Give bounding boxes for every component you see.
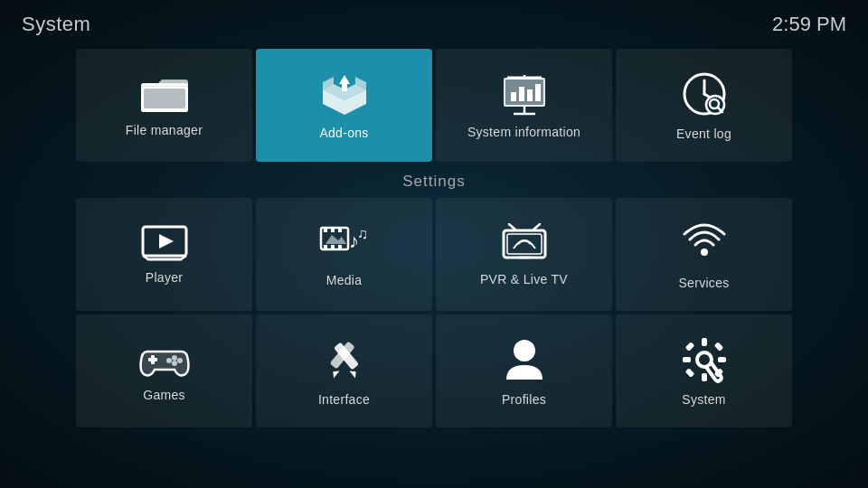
settings-row-2: Games Interface: [18, 314, 850, 427]
svg-point-48: [172, 355, 177, 361]
player-label: Player: [146, 270, 183, 285]
app-title: System: [22, 13, 90, 36]
svg-point-57: [697, 352, 712, 367]
tile-media[interactable]: ♪ ♫ Media: [256, 198, 432, 311]
svg-rect-47: [151, 355, 155, 364]
svg-rect-36: [338, 245, 342, 249]
add-ons-icon: [320, 71, 369, 117]
svg-rect-2: [144, 89, 185, 108]
event-log-label: Event log: [676, 127, 731, 141]
settings-grid: Player ♪ ♫: [0, 198, 868, 427]
tile-services[interactable]: Services: [616, 198, 792, 311]
services-icon: [681, 220, 728, 267]
header: System 2:59 PM: [0, 0, 868, 43]
clock: 2:59 PM: [772, 13, 846, 36]
tile-pvr-live-tv[interactable]: PVR & Live TV: [436, 198, 612, 311]
svg-marker-55: [348, 368, 359, 378]
tile-file-manager[interactable]: File manager: [76, 49, 252, 162]
svg-rect-64: [684, 368, 694, 378]
svg-rect-31: [324, 228, 327, 232]
svg-marker-37: [326, 235, 346, 244]
media-label: Media: [326, 273, 363, 287]
file-manager-label: File manager: [126, 123, 203, 137]
svg-rect-32: [331, 228, 335, 232]
svg-rect-60: [683, 357, 691, 362]
svg-marker-53: [330, 368, 341, 378]
svg-point-56: [514, 340, 535, 361]
tile-profiles[interactable]: Profiles: [436, 314, 612, 427]
tile-event-log[interactable]: Event log: [616, 49, 792, 162]
media-icon: ♪ ♫: [319, 222, 370, 264]
player-icon: [141, 225, 188, 261]
svg-point-51: [166, 358, 172, 363]
svg-rect-43: [507, 234, 542, 254]
system-icon: [681, 336, 728, 383]
svg-rect-35: [331, 245, 335, 249]
svg-rect-63: [713, 342, 723, 352]
svg-rect-61: [718, 357, 726, 362]
svg-point-49: [177, 358, 183, 363]
event-log-icon: [681, 70, 728, 117]
svg-marker-7: [339, 75, 350, 84]
services-label: Services: [678, 276, 729, 290]
interface-label: Interface: [318, 392, 370, 407]
games-label: Games: [143, 388, 185, 402]
svg-rect-58: [702, 338, 707, 346]
tile-add-ons[interactable]: Add-ons: [256, 49, 432, 162]
interface-icon: [322, 336, 367, 383]
settings-row-1: Player ♪ ♫: [18, 198, 850, 311]
svg-point-45: [701, 249, 708, 256]
svg-rect-12: [519, 87, 524, 101]
tile-system-information[interactable]: System information: [436, 49, 612, 162]
svg-rect-59: [702, 373, 707, 381]
svg-rect-13: [527, 89, 533, 101]
top-row: File manager Add-ons: [0, 49, 868, 162]
tile-games[interactable]: Games: [76, 314, 252, 427]
svg-marker-26: [159, 234, 174, 249]
svg-rect-11: [511, 92, 516, 101]
tile-interface[interactable]: Interface: [256, 314, 432, 427]
svg-rect-14: [535, 84, 541, 101]
svg-rect-34: [324, 245, 327, 249]
svg-text:♫: ♫: [357, 226, 368, 241]
pvr-live-tv-label: PVR & Live TV: [480, 272, 568, 286]
system-label: System: [682, 392, 725, 407]
system-information-label: System information: [467, 125, 580, 139]
tile-system[interactable]: System: [616, 314, 792, 427]
profiles-label: Profiles: [502, 392, 546, 407]
games-icon: [138, 341, 191, 379]
system-information-icon: [500, 72, 549, 116]
tile-player[interactable]: Player: [76, 198, 252, 311]
pvr-live-tv-icon: [500, 223, 549, 263]
svg-rect-33: [338, 228, 342, 232]
add-ons-label: Add-ons: [319, 126, 368, 140]
file-manager-icon: [140, 74, 189, 114]
profiles-icon: [504, 336, 545, 383]
svg-point-50: [172, 361, 177, 366]
svg-rect-62: [684, 342, 694, 352]
settings-section-label: Settings: [0, 173, 868, 191]
svg-rect-8: [342, 84, 347, 91]
